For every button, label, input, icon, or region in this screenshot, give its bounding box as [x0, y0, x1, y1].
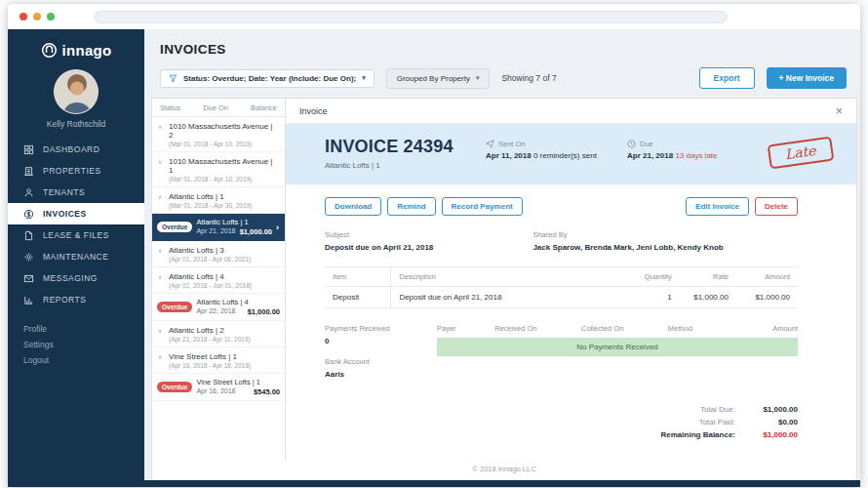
- new-invoice-button[interactable]: + New Invoice: [767, 67, 847, 89]
- invoice-row-name: Atlantic Lofts | 1: [196, 218, 272, 226]
- table-row: Deposit Deposit due on April 21, 2018 1 …: [325, 287, 798, 308]
- invoice-row[interactable]: Overdue Atlantic Lofts | 4 Apr 22, 2018 …: [152, 294, 285, 321]
- sidebar-item-properties[interactable]: PROPERTIES: [8, 160, 144, 182]
- filter-dropdown[interactable]: Status: Overdue; Date: Year (Include: Du…: [160, 69, 375, 88]
- close-icon[interactable]: ×: [835, 104, 843, 117]
- description-cell: Deposit due on April 21, 2018: [391, 287, 613, 308]
- invoice-group-header[interactable]: ∧ Vine Street Lofts | 1 (Apr 16, 2018 - …: [152, 347, 285, 374]
- sidebar-item-reports[interactable]: REPORTS: [8, 289, 144, 310]
- filter-text: Status: Overdue; Date: Year (Include: Du…: [183, 74, 356, 83]
- clock-icon: [627, 140, 636, 148]
- group-title: 1010 Massachusetts Avenue | 2: [169, 122, 279, 140]
- profile-link[interactable]: Profile: [23, 324, 144, 334]
- app-window: innago Kelly Rothschild DASHBOARD PROPER…: [8, 4, 860, 487]
- chevron-up-icon: ∧: [158, 192, 165, 202]
- invoice-group-header[interactable]: ∧ Atlantic Lofts | 1 (Mar 01, 2018 - Apr…: [152, 187, 285, 214]
- quantity-cell: 1: [613, 287, 680, 308]
- invoice-list-header: Status Due On Balance: [152, 99, 285, 117]
- invoice-row-name: Atlantic Lofts | 4: [196, 298, 280, 306]
- tenants-icon: [23, 187, 34, 198]
- sidebar-item-messaging[interactable]: MESSAGING: [8, 267, 144, 289]
- sidebar-item-label: MAINTENANCE: [43, 252, 108, 262]
- invoice-row-amount: $1,000.00: [248, 307, 280, 316]
- delete-button[interactable]: Delete: [755, 197, 798, 216]
- invoice-group-header[interactable]: ∨ Atlantic Lofts | 2 (Apr 21, 2018 - Apr…: [152, 321, 285, 347]
- record-payment-button[interactable]: Record Payment: [442, 197, 523, 216]
- amount-cell: $1,000.00: [736, 287, 798, 308]
- invoice-row[interactable]: Overdue Vine Street Lofts | 1 Apr 16, 20…: [152, 374, 285, 401]
- column-status: Status: [160, 103, 180, 112]
- traffic-light-close[interactable]: [20, 13, 27, 20]
- copyright-text: © 2018 Innago LLC: [152, 460, 856, 480]
- traffic-light-maximize[interactable]: [47, 13, 55, 20]
- user-name: Kelly Rothschild: [8, 119, 144, 139]
- shared-by-value: Jack Sparow, Brenda Mark, Jeni Lobb, Ken…: [533, 242, 740, 253]
- reminders-sent: 0 reminder(s) sent: [533, 151, 597, 160]
- sent-on-label: Sent On: [498, 140, 526, 148]
- invoice-group-header[interactable]: ∧ Atlantic Lofts | 4 (Apr 01, 2018 - Jun…: [152, 267, 285, 294]
- invoice-list-panel: Status Due On Balance ∨ 1010 Massachuset…: [152, 99, 286, 460]
- paper-plane-icon: [486, 140, 494, 148]
- payments-col-collected-on: Collected On: [581, 324, 668, 333]
- shared-by-label: Shared By: [533, 230, 740, 239]
- item-cell: Deposit: [325, 287, 391, 308]
- sidebar-nav: DASHBOARD PROPERTIES TENANTS INVOICES LE…: [8, 139, 144, 310]
- innago-logo-text: innago: [62, 42, 112, 59]
- invoice-group-header[interactable]: ∨ 1010 Massachusetts Avenue | 1 (Mar 01,…: [152, 152, 285, 187]
- sidebar-item-label: MESSAGING: [43, 273, 98, 283]
- chevron-right-icon: ›: [276, 223, 279, 232]
- items-col-rate: Rate: [680, 267, 736, 287]
- window-bottom-bar: [8, 480, 860, 487]
- invoice-property: Atlantic Lofts | 1: [325, 161, 486, 170]
- edit-invoice-button[interactable]: Edit Invoice: [686, 197, 749, 216]
- subject-label: Subject: [325, 230, 533, 239]
- sidebar-footer-links: Profile Settings Logout: [8, 324, 144, 371]
- total-due-value: $1,000.00: [735, 405, 798, 414]
- invoice-detail-panel: Invoice × INVOICE 24394 Atlantic Lofts |…: [286, 99, 856, 460]
- group-title: Atlantic Lofts | 1: [169, 192, 252, 201]
- sidebar-item-tenants[interactable]: TENANTS: [8, 182, 144, 203]
- logout-link[interactable]: Logout: [23, 355, 144, 365]
- rate-cell: $1,000.00: [680, 287, 736, 308]
- due-date: Apr 21, 2018: [627, 151, 673, 160]
- sidebar-item-maintenance[interactable]: MAINTENANCE: [8, 246, 144, 267]
- traffic-light-minimize[interactable]: [33, 13, 41, 20]
- payments-col-method: Method: [668, 324, 744, 333]
- due-block: Due Apr 21, 2018 13 days late: [627, 137, 769, 160]
- items-col-item: Item: [325, 267, 391, 287]
- browser-chrome: [8, 4, 860, 29]
- sidebar-item-dashboard[interactable]: DASHBOARD: [8, 139, 144, 160]
- showing-count: Showing 7 of 7: [501, 73, 556, 83]
- invoice-row-date: Apr 21, 2018: [196, 227, 235, 236]
- remind-button[interactable]: Remind: [387, 197, 435, 216]
- column-balance: Balance: [251, 103, 277, 112]
- page-title: INVOICES: [144, 29, 860, 67]
- main-area: INVOICES Status: Overdue; Date: Year (In…: [144, 29, 860, 480]
- days-late: 13 days late: [675, 151, 717, 160]
- download-button[interactable]: Download: [325, 197, 381, 216]
- items-col-amount: Amount: [736, 267, 798, 287]
- payments-col-amount: Amount: [743, 324, 798, 333]
- invoice-row-name: Vine Street Lofts | 1: [196, 378, 280, 386]
- invoice-row-selected[interactable]: Overdue Atlantic Lofts | 1 Apr 21, 2018 …: [152, 214, 285, 241]
- messaging-icon: [23, 273, 34, 284]
- sidebar-item-lease-files[interactable]: LEASE & FILES: [8, 224, 144, 246]
- group-by-dropdown[interactable]: Grouped By Property ▾: [386, 68, 491, 89]
- invoice-group-header[interactable]: ∨ Atlantic Lofts | 3 (Apr 01, 2018 - Apr…: [152, 241, 285, 267]
- group-by-text: Grouped By Property: [397, 74, 470, 83]
- sidebar-item-invoices[interactable]: INVOICES: [8, 203, 144, 224]
- settings-link[interactable]: Settings: [23, 340, 144, 349]
- invoice-row-amount: $545.00: [254, 387, 280, 396]
- group-dates: (Apr 01, 2018 - Apr 06, 2021): [169, 256, 251, 263]
- invoice-group-header[interactable]: ∨ 1010 Massachusetts Avenue | 2 (Mar 01,…: [152, 117, 285, 152]
- late-stamp: Late: [768, 137, 834, 170]
- address-bar[interactable]: [94, 11, 728, 23]
- invoice-row-date: Apr 16, 2018: [196, 387, 235, 396]
- chevron-up-icon: ∧: [158, 352, 165, 362]
- invoice-detail-body: Download Remind Record Payment Edit Invo…: [286, 184, 856, 460]
- sidebar-item-label: INVOICES: [43, 209, 87, 219]
- invoice-row-amount: $1,000.00: [240, 227, 272, 236]
- sidebar: innago Kelly Rothschild DASHBOARD PROPER…: [8, 29, 144, 480]
- remaining-balance-value: $1,000.00: [735, 430, 798, 439]
- export-button[interactable]: Export: [699, 67, 755, 89]
